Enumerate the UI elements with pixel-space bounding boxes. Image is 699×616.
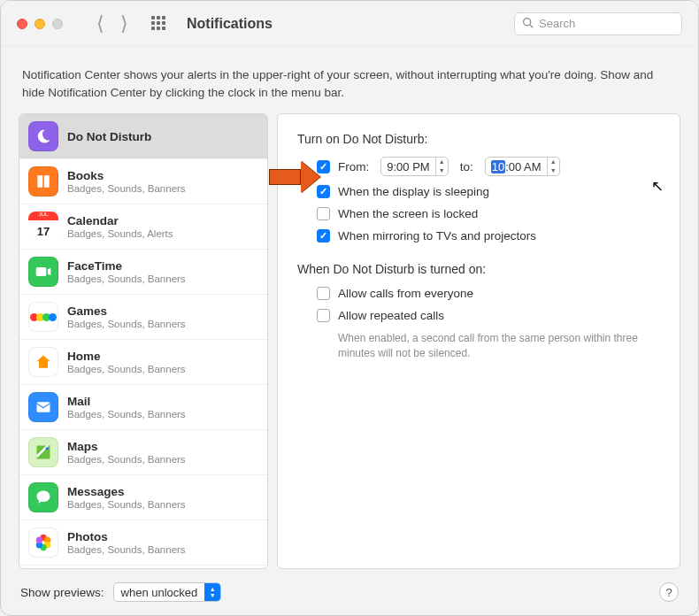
- opt-allow-everyone-label: Allow calls from everyone: [338, 287, 473, 300]
- stepper-icon[interactable]: ▲▼: [435, 158, 448, 175]
- close-icon[interactable]: [17, 19, 27, 29]
- window-toolbar: ⟨ ⟩ Notifications Search: [1, 1, 698, 47]
- sidebar-item-label: Photos: [67, 530, 186, 543]
- opt-screen-locked: When the screen is locked: [317, 207, 660, 220]
- sidebar-item-subtitle: Badges, Sounds, Alerts: [67, 228, 173, 239]
- sidebar-item-label: Maps: [67, 440, 186, 453]
- forward-button[interactable]: ⟩: [120, 14, 128, 34]
- sidebar-item-photos[interactable]: PhotosBadges, Sounds, Banners: [19, 520, 267, 566]
- moon-icon: [28, 121, 58, 151]
- svg-point-10: [36, 537, 42, 543]
- to-time-field[interactable]: 10:00 AM ▲▼: [485, 157, 560, 176]
- svg-line-1: [530, 24, 533, 27]
- checkbox-screen-locked[interactable]: [317, 207, 330, 220]
- sidebar-item-label: Games: [67, 304, 186, 318]
- opt-display-sleeping: When the display is sleeping: [317, 185, 660, 198]
- sidebar-item-label: Books: [67, 169, 186, 182]
- checkbox-allow-everyone[interactable]: [317, 287, 330, 300]
- opt-mirroring-label: When mirroring to TVs and projectors: [338, 229, 536, 243]
- notifications-prefpane: ⟨ ⟩ Notifications Search Notification Ce…: [0, 0, 699, 616]
- stepper-icon[interactable]: ▲▼: [547, 158, 559, 175]
- opt-from-row: From: 9:00 PM ▲▼ to: 10:00 AM ▲▼: [317, 157, 660, 176]
- sidebar-item-do-not-disturb[interactable]: Do Not Disturb: [19, 114, 267, 159]
- svg-point-4: [46, 447, 49, 450]
- pane-description: Notification Center shows your alerts in…: [1, 47, 698, 113]
- sidebar-item-label: Messages: [67, 485, 186, 498]
- opt-display-sleeping-label: When the display is sleeping: [338, 185, 489, 198]
- book-icon: [28, 166, 58, 196]
- minimize-icon[interactable]: [35, 19, 45, 29]
- sidebar-item-home[interactable]: HomeBadges, Sounds, Banners: [19, 340, 267, 385]
- sidebar-item-subtitle: Badges, Sounds, Banners: [67, 409, 186, 420]
- sidebar-item-books[interactable]: BooksBadges, Sounds, Banners: [19, 159, 267, 204]
- annotation-arrow: [269, 161, 320, 193]
- to-time-value: 10:00 AM: [486, 160, 547, 173]
- svg-rect-3: [37, 402, 50, 412]
- footer: Show previews: when unlocked ▲▼ ?: [1, 569, 698, 615]
- mail-icon: [28, 392, 58, 422]
- sidebar-item-subtitle: Badges, Sounds, Banners: [67, 364, 186, 374]
- home-icon: [28, 347, 58, 377]
- sidebar-item-subtitle: Badges, Sounds, Banners: [67, 273, 186, 284]
- checkbox-mirroring[interactable]: [317, 229, 330, 243]
- show-previews-value: when unlocked: [121, 586, 198, 599]
- svg-rect-2: [36, 267, 47, 276]
- sidebar-item-subtitle: Badges, Sounds, Banners: [67, 183, 186, 194]
- detail-panel: ↖ Turn on Do Not Disturb: From: 9:00 PM …: [277, 113, 680, 569]
- help-button[interactable]: ?: [659, 582, 679, 602]
- sidebar-item-label: Home: [67, 350, 186, 363]
- sidebar-item-subtitle: Badges, Sounds, Banners: [67, 319, 186, 329]
- sidebar-item-mail[interactable]: MailBadges, Sounds, Banners: [19, 385, 267, 430]
- sidebar-item-facetime[interactable]: FaceTimeBadges, Sounds, Banners: [19, 250, 267, 295]
- search-icon: [522, 17, 534, 31]
- from-label: From:: [338, 160, 369, 173]
- cursor-icon: ↖: [651, 177, 664, 196]
- photos-icon: [28, 527, 58, 558]
- svg-point-0: [524, 18, 531, 25]
- opt-mirroring: When mirroring to TVs and projectors: [317, 229, 660, 243]
- from-time-value: 9:00 PM: [381, 160, 434, 173]
- main-area: Do Not DisturbBooksBadges, Sounds, Banne…: [1, 113, 698, 569]
- sidebar-item-messages[interactable]: MessagesBadges, Sounds, Banners: [19, 475, 267, 520]
- sidebar-item-games[interactable]: GamesBadges, Sounds, Banners: [19, 295, 267, 340]
- sidebar-item-label: FaceTime: [67, 259, 186, 273]
- sidebar-item-subtitle: Badges, Sounds, Banners: [67, 499, 186, 510]
- search-placeholder: Search: [539, 17, 575, 30]
- games-icon: [28, 302, 58, 332]
- nav-arrows: ⟨ ⟩: [96, 14, 128, 34]
- opt-screen-locked-label: When the screen is locked: [338, 207, 478, 220]
- show-previews-select[interactable]: when unlocked ▲▼: [113, 582, 222, 602]
- opt-allow-repeated: Allow repeated calls: [317, 309, 660, 322]
- back-button[interactable]: ⟨: [96, 14, 104, 34]
- maximize-icon[interactable]: [52, 19, 63, 29]
- chevron-updown-icon: ▲▼: [204, 583, 220, 601]
- msg-icon: [28, 482, 58, 512]
- opt-allow-repeated-label: Allow repeated calls: [338, 309, 444, 322]
- show-all-button[interactable]: [151, 16, 167, 32]
- search-input[interactable]: Search: [514, 12, 682, 35]
- sidebar-item-label: Calendar: [67, 214, 173, 227]
- section-when-on-title: When Do Not Disturb is turned on:: [297, 262, 660, 276]
- app-list-scroll[interactable]: Do Not DisturbBooksBadges, Sounds, Banne…: [19, 114, 267, 568]
- app-list: Do Not DisturbBooksBadges, Sounds, Banne…: [19, 113, 268, 569]
- show-previews-label: Show previews:: [20, 586, 104, 599]
- cal-icon: JUL17: [28, 212, 58, 242]
- opt-allow-everyone: Allow calls from everyone: [317, 287, 660, 300]
- to-label: to:: [460, 160, 473, 173]
- video-icon: [28, 257, 58, 287]
- sidebar-item-label: Do Not Disturb: [67, 130, 151, 143]
- window-controls: [17, 19, 63, 29]
- section-turn-on-title: Turn on Do Not Disturb:: [297, 132, 660, 146]
- pane-title: Notifications: [187, 16, 273, 32]
- checkbox-allow-repeated[interactable]: [317, 309, 330, 322]
- sidebar-item-maps[interactable]: MapsBadges, Sounds, Banners: [19, 430, 267, 475]
- repeated-calls-hint: When enabled, a second call from the sam…: [338, 331, 639, 361]
- sidebar-item-label: Mail: [67, 395, 186, 408]
- sidebar-item-subtitle: Badges, Sounds, Banners: [67, 544, 186, 555]
- maps-icon: [28, 437, 58, 467]
- sidebar-item-subtitle: Badges, Sounds, Banners: [67, 454, 186, 465]
- sidebar-item-calendar[interactable]: JUL17CalendarBadges, Sounds, Alerts: [19, 204, 267, 250]
- sidebar-item-reminders[interactable]: Reminders: [19, 566, 267, 568]
- from-time-field[interactable]: 9:00 PM ▲▼: [380, 157, 448, 176]
